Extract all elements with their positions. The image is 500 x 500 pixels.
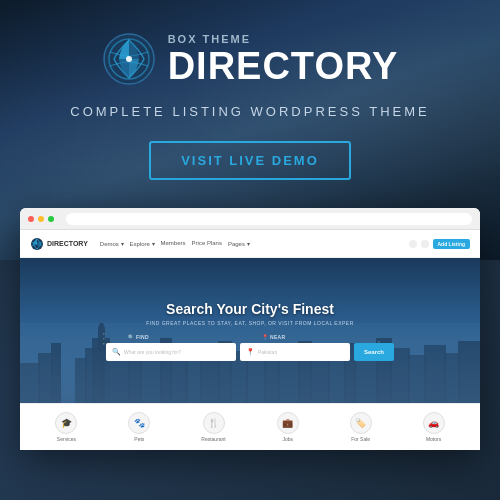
logo-icon: [102, 32, 156, 86]
category-jobs[interactable]: 💼 Jobs: [277, 412, 299, 442]
svg-rect-34: [458, 341, 480, 403]
near-label: 📍 NEAR: [262, 334, 372, 340]
box-theme-label: BOX THEME: [168, 34, 251, 45]
nav-item-pages[interactable]: Pages ▾: [228, 240, 250, 247]
category-pets[interactable]: 🐾 Pets: [128, 412, 150, 442]
svg-rect-21: [246, 358, 266, 403]
logo-row: BOX THEME DIRECTORY: [102, 32, 399, 86]
search-bar: 🔍 What are you looking for? 📍 Pakistan S…: [106, 343, 394, 361]
hero-title: Search Your City's Finest: [146, 301, 354, 317]
hero-text: Search Your City's Finest FIND GREAT PLA…: [146, 301, 354, 334]
svg-rect-17: [185, 355, 201, 403]
near-placeholder: Pakistan: [258, 349, 277, 355]
category-restaurant[interactable]: 🍴 Restaurant: [201, 412, 225, 442]
jobs-icon: 💼: [277, 412, 299, 434]
svg-rect-33: [444, 353, 460, 403]
location-pin-icon: 📍: [246, 348, 255, 356]
visit-live-demo-button[interactable]: VISIT LIVE DEMO: [149, 141, 351, 180]
header-section: BOX THEME DIRECTORY COMPLETE LISTING WOR…: [0, 0, 500, 208]
jobs-label: Jobs: [282, 436, 293, 442]
subtitle: COMPLETE LISTING WORDPRESS THEME: [70, 104, 429, 119]
nav-items: Demos ▾ Explore ▾ Members Price Plans Pa…: [100, 240, 250, 247]
services-label: Services: [57, 436, 76, 442]
svg-rect-36: [103, 338, 105, 340]
category-motors[interactable]: 🚗 Motors: [423, 412, 445, 442]
category-for-sale[interactable]: 🏷️ For Sale: [350, 412, 372, 442]
nav-logo-icon: [30, 237, 44, 251]
nav-logo-small: DIRECTORY: [30, 237, 88, 251]
nav-heart-icon: [421, 240, 429, 248]
svg-rect-31: [408, 355, 426, 403]
svg-rect-35: [103, 333, 105, 335]
browser-url-bar[interactable]: [66, 213, 472, 225]
near-input[interactable]: 📍 Pakistan: [240, 343, 350, 361]
nav-item-price-plans[interactable]: Price Plans: [192, 240, 222, 247]
restaurant-label: Restaurant: [201, 436, 225, 442]
categories-row: 🎓 Services 🐾 Pets 🍴 Restaurant 💼 Jobs 🏷️…: [20, 403, 480, 450]
motors-icon: 🚗: [423, 412, 445, 434]
svg-point-2: [126, 56, 132, 62]
nav-right: Add Listing: [409, 239, 471, 249]
find-placeholder: What are you looking for?: [124, 349, 181, 355]
svg-rect-5: [20, 363, 40, 403]
nav-bell-icon: [409, 240, 417, 248]
browser-mockup: DIRECTORY Demos ▾ Explore ▾ Members Pric…: [20, 208, 480, 450]
pets-label: Pets: [134, 436, 144, 442]
search-magnifier-icon: 🔍: [112, 348, 121, 356]
svg-rect-6: [38, 353, 53, 403]
svg-rect-12: [110, 353, 130, 403]
for-sale-icon: 🏷️: [350, 412, 372, 434]
nav-item-explore[interactable]: Explore ▾: [130, 240, 155, 247]
nav-item-members[interactable]: Members: [161, 240, 186, 247]
browser-bar: [20, 208, 480, 230]
pets-icon: 🐾: [128, 412, 150, 434]
browser-dot-yellow: [38, 216, 44, 222]
find-input[interactable]: 🔍 What are you looking for?: [106, 343, 236, 361]
site-hero: Search Your City's Finest FIND GREAT PLA…: [20, 258, 480, 403]
add-listing-button[interactable]: Add Listing: [433, 239, 471, 249]
restaurant-icon: 🍴: [203, 412, 225, 434]
find-label: 🔍 FIND: [128, 334, 258, 340]
logo-text-block: BOX THEME DIRECTORY: [168, 34, 399, 85]
search-labels: 🔍 FIND 📍 NEAR: [128, 334, 372, 340]
nav-logo-text: DIRECTORY: [47, 240, 88, 247]
hero-subtitle: FIND GREAT PLACES TO STAY, EAT, SHOP, OR…: [146, 320, 354, 326]
for-sale-label: For Sale: [351, 436, 370, 442]
category-services[interactable]: 🎓 Services: [55, 412, 77, 442]
svg-rect-32: [424, 345, 446, 403]
svg-rect-26: [328, 355, 346, 403]
directory-label: DIRECTORY: [168, 47, 399, 85]
search-button[interactable]: Search: [354, 343, 394, 361]
site-navbar: DIRECTORY Demos ▾ Explore ▾ Members Pric…: [20, 230, 480, 258]
browser-dot-green: [48, 216, 54, 222]
svg-rect-11: [75, 358, 87, 403]
browser-dot-red: [28, 216, 34, 222]
svg-rect-23: [278, 353, 300, 403]
svg-rect-37: [103, 343, 105, 345]
nav-item-demos[interactable]: Demos ▾: [100, 240, 124, 247]
svg-rect-7: [51, 343, 61, 403]
main-container: BOX THEME DIRECTORY COMPLETE LISTING WOR…: [0, 0, 500, 500]
motors-label: Motors: [426, 436, 441, 442]
services-icon: 🎓: [55, 412, 77, 434]
